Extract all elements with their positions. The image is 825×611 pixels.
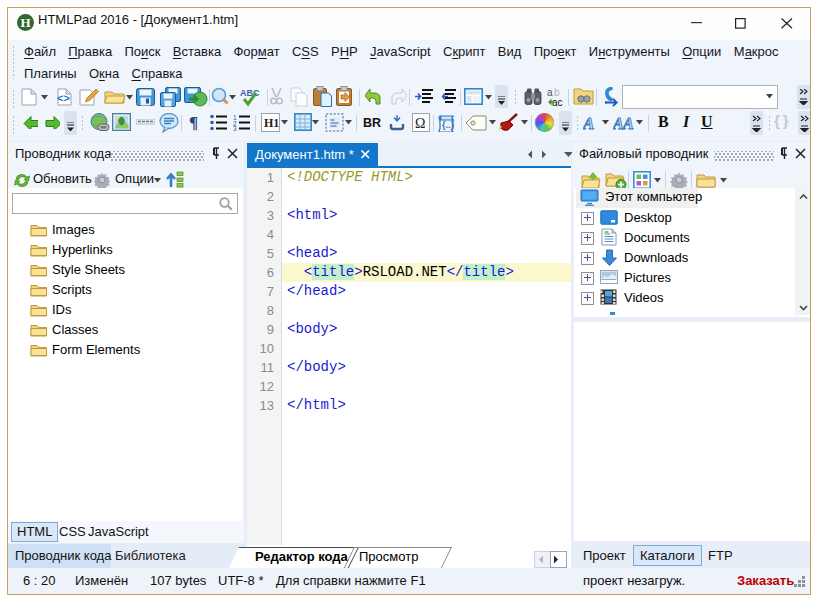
svg-text:H1: H1	[264, 116, 279, 130]
svg-text:Ω: Ω	[415, 116, 425, 131]
svg-text:3: 3	[233, 125, 237, 131]
svg-text:¶: ¶	[189, 113, 198, 131]
svg-text:ac: ac	[552, 97, 563, 107]
svg-text:ABC: ABC	[240, 88, 260, 98]
svg-text:<>: <>	[57, 92, 70, 104]
svg-text:A: A	[622, 115, 634, 132]
svg-text:A: A	[583, 114, 594, 132]
svg-text:{..}: {..}	[442, 120, 455, 130]
